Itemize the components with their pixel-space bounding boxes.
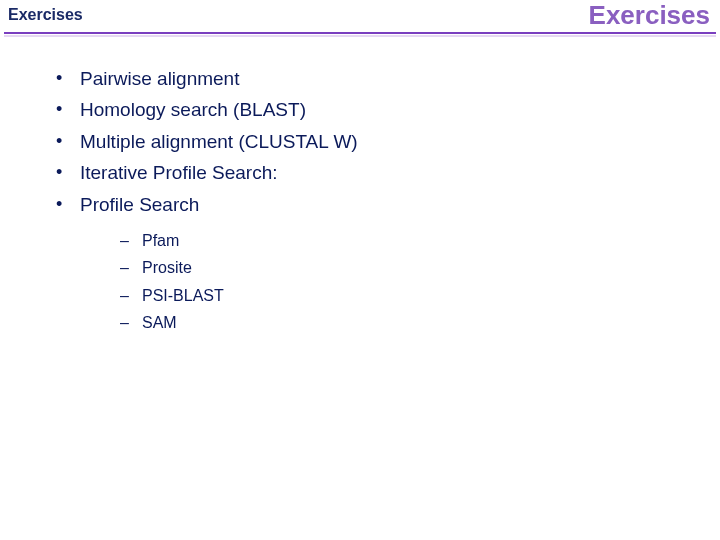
header-title-right: Exercises: [589, 0, 710, 31]
list-item-text: Pairwise alignment: [80, 68, 239, 89]
list-item: Pairwise alignment: [50, 64, 680, 93]
sub-list-item: Prosite: [116, 254, 680, 281]
sub-list-item-text: Prosite: [142, 259, 192, 276]
slide-header: Exercises Exercises: [0, 0, 720, 38]
bullet-list: Pairwise alignment Homology search (BLAS…: [50, 64, 680, 336]
sub-list-item: PSI-BLAST: [116, 282, 680, 309]
sub-list-item-text: SAM: [142, 314, 177, 331]
sub-list-item-text: PSI-BLAST: [142, 287, 224, 304]
list-item-text: Homology search (BLAST): [80, 99, 306, 120]
slide: Exercises Exercises Pairwise alignment H…: [0, 0, 720, 540]
list-item: Profile Search Pfam Prosite PSI-BLAST SA…: [50, 190, 680, 336]
header-title-left: Exercises: [8, 6, 83, 24]
slide-content: Pairwise alignment Homology search (BLAS…: [50, 64, 680, 338]
list-item: Iterative Profile Search:: [50, 158, 680, 187]
list-item-text: Profile Search: [80, 194, 199, 215]
list-item: Homology search (BLAST): [50, 95, 680, 124]
sub-list-item-text: Pfam: [142, 232, 179, 249]
sub-bullet-list: Pfam Prosite PSI-BLAST SAM: [116, 227, 680, 336]
header-divider: [4, 32, 716, 37]
list-item-text: Multiple alignment (CLUSTAL W): [80, 131, 358, 152]
sub-list-item: SAM: [116, 309, 680, 336]
sub-list-item: Pfam: [116, 227, 680, 254]
list-item-text: Iterative Profile Search:: [80, 162, 277, 183]
list-item: Multiple alignment (CLUSTAL W): [50, 127, 680, 156]
